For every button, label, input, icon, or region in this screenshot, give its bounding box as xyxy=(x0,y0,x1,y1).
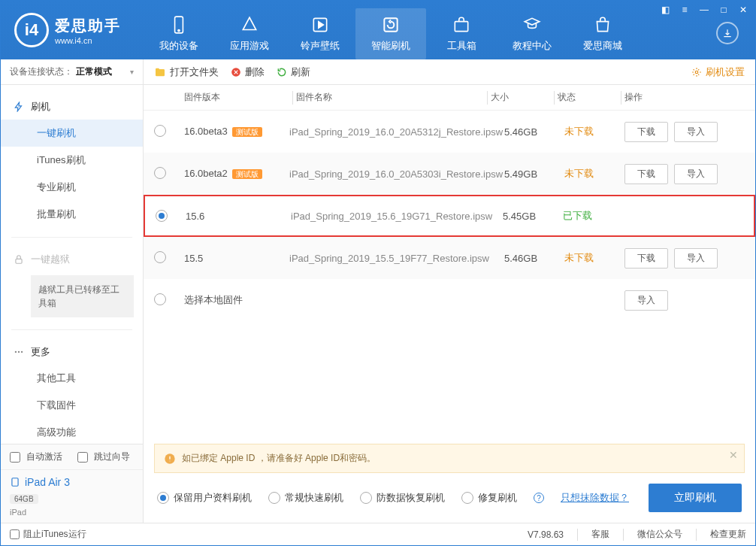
win-maximize-icon[interactable]: □ xyxy=(716,4,731,16)
refresh-button[interactable]: 刷新 xyxy=(277,65,310,79)
device-name[interactable]: iPad Air 3 xyxy=(10,476,134,488)
warning-icon xyxy=(164,453,176,465)
row-radio[interactable] xyxy=(154,167,166,179)
row-radio[interactable] xyxy=(154,293,166,305)
import-button[interactable]: 导入 xyxy=(674,164,718,184)
download-button[interactable]: 下载 xyxy=(624,164,668,184)
fw-size: 5.45GB xyxy=(503,211,563,222)
logo-icon: i4 xyxy=(14,13,49,47)
jailbreak-note: 越狱工具已转移至工具箱 xyxy=(31,275,134,317)
lock-icon xyxy=(13,253,25,265)
top-nav: 我的设备 应用游戏 铃声壁纸 智能刷机 工具箱 教程中心 爱思商城 xyxy=(144,8,638,59)
tablet-icon xyxy=(10,477,20,487)
device-type: iPad xyxy=(10,508,134,517)
svg-point-11 xyxy=(695,71,698,74)
opt-repair[interactable]: 修复刷机 xyxy=(461,491,517,505)
auto-activate-checkbox[interactable] xyxy=(10,452,20,463)
sidebar-item-itunes[interactable]: iTunes刷机 xyxy=(1,147,143,174)
row-radio[interactable] xyxy=(156,210,168,222)
svg-rect-5 xyxy=(16,259,22,263)
sidebar-group-jailbreak: 一键越狱 xyxy=(1,247,143,272)
block-itunes-checkbox[interactable] xyxy=(10,529,20,539)
tab-flash[interactable]: 智能刷机 xyxy=(355,8,426,59)
fw-status: 未下载 xyxy=(564,167,624,180)
tab-store[interactable]: 爱思商城 xyxy=(567,8,638,59)
flash-icon xyxy=(13,101,25,113)
fw-size: 5.46GB xyxy=(504,253,564,264)
app-site: www.i4.cn xyxy=(55,36,121,45)
svg-rect-9 xyxy=(12,478,18,487)
flash-settings-button[interactable]: 刷机设置 xyxy=(691,65,745,79)
beta-badge: 测试版 xyxy=(232,169,262,179)
table-row[interactable]: 16.0beta3测试版 iPad_Spring_2019_16.0_20A53… xyxy=(144,111,755,153)
erase-link[interactable]: 只想抹除数据？ xyxy=(561,491,629,505)
import-button[interactable]: 导入 xyxy=(674,122,718,142)
tab-toolbox[interactable]: 工具箱 xyxy=(426,8,497,59)
fw-name: iPad_Spring_2019_15.6_19G71_Restore.ipsw xyxy=(291,211,503,222)
chevron-down-icon[interactable]: ▾ xyxy=(130,68,134,76)
sidebar-group-more[interactable]: 更多 xyxy=(1,339,143,365)
import-button[interactable]: 导入 xyxy=(624,290,668,311)
row-radio[interactable] xyxy=(154,125,166,137)
svg-point-1 xyxy=(178,30,180,32)
svg-point-8 xyxy=(21,351,23,353)
table-row[interactable]: 15.6 iPad_Spring_2019_15.6_19G71_Restore… xyxy=(144,195,755,237)
download-button[interactable]: 下载 xyxy=(624,122,668,142)
flash-now-button[interactable]: 立即刷机 xyxy=(649,484,742,512)
fw-name: iPad_Spring_2019_15.5_19F77_Restore.ipsw xyxy=(289,253,504,264)
wechat[interactable]: 微信公众号 xyxy=(637,528,682,541)
tab-tutorial[interactable]: 教程中心 xyxy=(497,8,567,59)
version-label: V7.98.63 xyxy=(528,529,564,540)
sidebar-item-advanced[interactable]: 高级功能 xyxy=(1,419,143,444)
fw-status: 未下载 xyxy=(564,125,624,138)
delete-button[interactable]: 删除 xyxy=(231,65,265,79)
svg-rect-4 xyxy=(455,22,467,32)
opt-antirecover[interactable]: 防数据恢复刷机 xyxy=(360,491,445,505)
fw-version: 16.0beta3 xyxy=(184,126,228,137)
help-icon[interactable]: ? xyxy=(534,493,544,503)
fw-size: 5.49GB xyxy=(504,168,564,180)
import-button[interactable]: 导入 xyxy=(674,248,718,268)
tab-ringtone[interactable]: 铃声壁纸 xyxy=(285,8,355,59)
connection-status: 设备连接状态： 正常模式 ▾ xyxy=(1,59,143,85)
svg-point-7 xyxy=(18,351,20,353)
local-firmware-label: 选择本地固件 xyxy=(184,293,243,307)
download-manager-icon[interactable] xyxy=(716,22,739,44)
fw-version: 16.0beta2 xyxy=(184,168,228,179)
close-icon[interactable]: ✕ xyxy=(729,449,738,461)
sidebar-item-pro[interactable]: 专业刷机 xyxy=(1,174,143,201)
sidebar-group-flash[interactable]: 刷机 xyxy=(1,94,143,120)
table-row[interactable]: 16.0beta2测试版 iPad_Spring_2019_16.0_20A53… xyxy=(144,153,755,195)
win-theme-icon[interactable]: ◧ xyxy=(658,4,673,16)
appleid-notice: 如已绑定 Apple ID ，请准备好 Apple ID和密码。 ✕ xyxy=(154,444,745,473)
tab-apps[interactable]: 应用游戏 xyxy=(214,8,285,59)
fw-version: 15.6 xyxy=(186,211,204,222)
fw-version: 15.5 xyxy=(184,253,203,264)
download-button[interactable]: 下载 xyxy=(624,248,668,268)
table-row[interactable]: 15.5 iPad_Spring_2019_15.5_19F77_Restore… xyxy=(144,237,755,279)
fw-size: 5.46GB xyxy=(504,126,564,138)
svg-point-6 xyxy=(15,351,17,353)
row-radio[interactable] xyxy=(154,251,166,263)
opt-keepdata[interactable]: 保留用户资料刷机 xyxy=(157,491,252,505)
check-update[interactable]: 检查更新 xyxy=(710,528,746,541)
open-folder-button[interactable]: 打开文件夹 xyxy=(154,65,219,79)
skip-guide-checkbox[interactable] xyxy=(77,452,88,463)
app-name: 爱思助手 xyxy=(55,16,121,36)
beta-badge: 测试版 xyxy=(232,127,262,137)
sidebar-item-batch[interactable]: 批量刷机 xyxy=(1,201,143,228)
opt-normal[interactable]: 常规快速刷机 xyxy=(268,491,343,505)
win-menu-icon[interactable]: ≡ xyxy=(677,4,692,16)
sidebar-item-othertools[interactable]: 其他工具 xyxy=(1,365,143,392)
fw-status: 已下载 xyxy=(563,209,623,223)
table-header: 固件版本 固件名称 大小 状态 操作 xyxy=(144,85,755,111)
tab-device[interactable]: 我的设备 xyxy=(144,8,214,59)
fw-name: iPad_Spring_2019_16.0_20A5303i_Restore.i… xyxy=(289,168,504,180)
customer-service[interactable]: 客服 xyxy=(591,528,609,541)
win-minimize-icon[interactable]: ― xyxy=(697,4,712,16)
titlebar: ◧ ≡ ― □ ✕ i4 爱思助手 www.i4.cn 我的设备 应用游戏 铃声… xyxy=(1,1,755,59)
sidebar-item-oneclick[interactable]: 一键刷机 xyxy=(1,120,143,147)
sidebar-item-dlfirmware[interactable]: 下载固件 xyxy=(1,392,143,419)
table-row-local[interactable]: 选择本地固件 导入 xyxy=(144,279,755,321)
win-close-icon[interactable]: ✕ xyxy=(736,4,751,16)
